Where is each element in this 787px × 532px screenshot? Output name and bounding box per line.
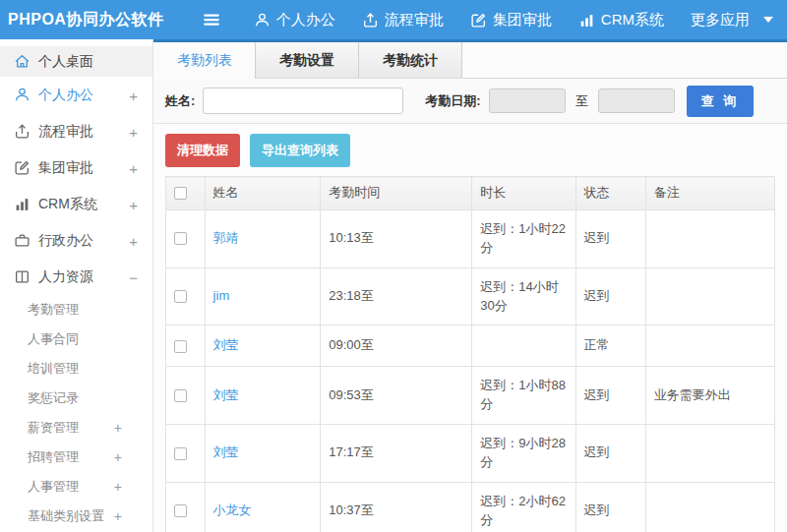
sidebar-item-desktop[interactable]: 个人桌面 — [0, 46, 152, 77]
sidebar-item-label: 行政办公 — [38, 232, 93, 250]
caret-down-icon — [763, 17, 773, 23]
row-checkbox[interactable] — [174, 232, 187, 245]
name-label: 姓名: — [165, 92, 195, 110]
chart-icon — [578, 12, 595, 29]
app-logo: PHPOA协同办公软件 — [8, 10, 163, 30]
expand-toggle-icon[interactable]: + — [129, 87, 138, 103]
cell-name: 郭靖 — [205, 210, 321, 268]
sidebar-subitem[interactable]: 基础类别设置+ — [0, 502, 152, 531]
cell-duration: 迟到：9小时28分 — [472, 425, 575, 483]
expand-toggle-icon[interactable]: + — [114, 420, 122, 436]
row-checkbox[interactable] — [174, 389, 187, 402]
sidebar-item[interactable]: 流程审批+ — [0, 113, 152, 149]
sidebar-item[interactable]: 集团审批+ — [0, 149, 152, 186]
table-row: 刘莹09:53至迟到：1小时88分迟到业务需要外出 — [166, 367, 775, 425]
expand-toggle-icon[interactable]: + — [129, 123, 138, 140]
collapse-toggle-icon[interactable]: − — [129, 268, 138, 285]
topnav-item[interactable]: 更多应用 — [691, 11, 773, 30]
cell-duration: 迟到：14小时30分 — [472, 267, 575, 325]
sidebar-subitem[interactable]: 考勤管理 — [0, 295, 152, 325]
sidebar-subitem-label: 奖惩记录 — [28, 389, 79, 407]
top-menu: 个人办公流程审批集团审批CRM系统更多应用 — [203, 11, 777, 30]
sidebar-item[interactable]: 个人办公+ — [0, 77, 152, 113]
row-checkbox[interactable] — [174, 340, 187, 353]
topnav-item[interactable]: CRM系统 — [578, 11, 664, 30]
sidebar: 个人桌面 个人办公+流程审批+集团审批+CRM系统+行政办公+人力资源− 考勤管… — [0, 39, 153, 532]
expand-toggle-icon[interactable]: + — [129, 196, 138, 212]
sidebar-subitem-label: 基础类别设置 — [28, 507, 104, 525]
search-filter-bar: 姓名: 考勤日期: 至 查 询 — [153, 79, 787, 124]
topnav-item[interactable]: 流程审批 — [362, 11, 444, 30]
expand-toggle-icon[interactable]: + — [129, 159, 138, 176]
employee-name-link[interactable]: 郭靖 — [213, 230, 239, 245]
sidebar-subitem-label: 人事管理 — [28, 478, 79, 496]
sidebar-item[interactable]: 人力资源− — [0, 259, 152, 295]
tab[interactable]: 考勤列表 — [153, 42, 256, 79]
date-from-input[interactable] — [489, 89, 566, 113]
sidebar-subitem[interactable]: 奖惩记录 — [0, 384, 152, 413]
app-window: PHPOA协同办公软件 个人办公流程审批集团审批CRM系统更多应用 个人桌面 个… — [0, 0, 787, 532]
employee-name-link[interactable]: 小龙女 — [213, 502, 252, 517]
employee-name-link[interactable]: jim — [213, 288, 230, 303]
clean-data-button[interactable]: 清理数据 — [165, 134, 240, 167]
sidebar-item-label: 个人桌面 — [38, 53, 93, 71]
sidebar-item[interactable]: CRM系统+ — [0, 186, 152, 222]
hamburger-menu-icon[interactable] — [203, 11, 220, 29]
action-toolbar: 清理数据 导出查询列表 — [153, 124, 787, 176]
query-button[interactable]: 查 询 — [687, 86, 755, 117]
topnav-item[interactable]: 个人办公 — [254, 11, 335, 30]
cell-note — [645, 210, 774, 268]
expand-toggle-icon[interactable]: + — [114, 479, 122, 495]
row-checkbox-cell — [166, 325, 206, 367]
date-to-input[interactable] — [598, 89, 675, 113]
select-all-checkbox[interactable] — [174, 187, 187, 200]
main-content: 考勤列表考勤设置考勤统计 姓名: 考勤日期: 至 查 询 清理数据 导出查询列表 — [153, 39, 787, 532]
topnav-item[interactable]: 集团审批 — [470, 11, 552, 30]
expand-toggle-icon[interactable]: + — [114, 508, 122, 524]
cell-attendance-time: 10:37至 — [321, 482, 472, 532]
sidebar-item-label: 人力资源 — [38, 268, 93, 286]
duration-line: 迟到：2小时62分 — [480, 493, 567, 530]
column-header: 状态 — [575, 177, 645, 210]
attendance-table-container: 姓名 考勤时间 时长 状态 备注 郭靖10:13至迟到：1小时22分迟到jim2… — [153, 176, 787, 532]
row-checkbox-cell — [166, 425, 206, 483]
expand-toggle-icon[interactable]: + — [114, 449, 122, 465]
cell-duration: 迟到：1小时22分 — [472, 210, 575, 268]
cell-attendance-time: 09:00至 — [321, 325, 472, 367]
table-row: 刘莹17:17至迟到：9小时28分迟到 — [166, 425, 775, 483]
sidebar-item[interactable]: 行政办公+ — [0, 222, 152, 259]
tab[interactable]: 考勤统计 — [358, 42, 462, 79]
tab-bar: 考勤列表考勤设置考勤统计 — [153, 42, 787, 79]
sidebar-menu: 个人办公+流程审批+集团审批+CRM系统+行政办公+人力资源− — [0, 77, 152, 295]
expand-toggle-icon[interactable]: + — [129, 232, 138, 249]
cell-status: 迟到 — [575, 367, 645, 425]
cell-note: 业务需要外出 — [645, 367, 774, 425]
sidebar-item-label: 流程审批 — [38, 123, 93, 141]
cell-name: 刘莹 — [205, 325, 321, 367]
name-input[interactable] — [203, 88, 403, 114]
employee-name-link[interactable]: 刘莹 — [213, 337, 239, 352]
row-checkbox[interactable] — [174, 447, 187, 460]
cell-status: 迟到 — [575, 482, 645, 532]
duration-line: 迟到：1小时88分 — [480, 377, 567, 414]
tab[interactable]: 考勤设置 — [255, 42, 359, 79]
employee-name-link[interactable]: 刘莹 — [213, 387, 239, 402]
employee-name-link[interactable]: 刘莹 — [213, 444, 239, 459]
sidebar-item-label: 个人办公 — [38, 87, 93, 104]
topnav-item-label: 集团审批 — [493, 11, 552, 30]
sidebar-subitem[interactable]: 培训管理 — [0, 354, 152, 384]
row-checkbox-cell — [166, 482, 206, 532]
sidebar-subitem[interactable]: 人事合同 — [0, 325, 152, 354]
sidebar-subitem[interactable]: 薪资管理+ — [0, 413, 152, 443]
home-icon — [14, 53, 30, 70]
cell-name: 刘莹 — [205, 367, 321, 425]
cell-status: 迟到 — [575, 425, 645, 483]
row-checkbox[interactable] — [174, 504, 187, 517]
sidebar-subitem[interactable]: 招聘管理+ — [0, 443, 152, 472]
cell-note — [645, 325, 774, 367]
row-checkbox[interactable] — [174, 290, 187, 303]
table-row: 小龙女10:37至迟到：2小时62分迟到 — [166, 482, 775, 532]
export-list-button[interactable]: 导出查询列表 — [250, 134, 350, 167]
sidebar-item-label: CRM系统 — [38, 196, 97, 213]
sidebar-subitem[interactable]: 人事管理+ — [0, 472, 152, 502]
